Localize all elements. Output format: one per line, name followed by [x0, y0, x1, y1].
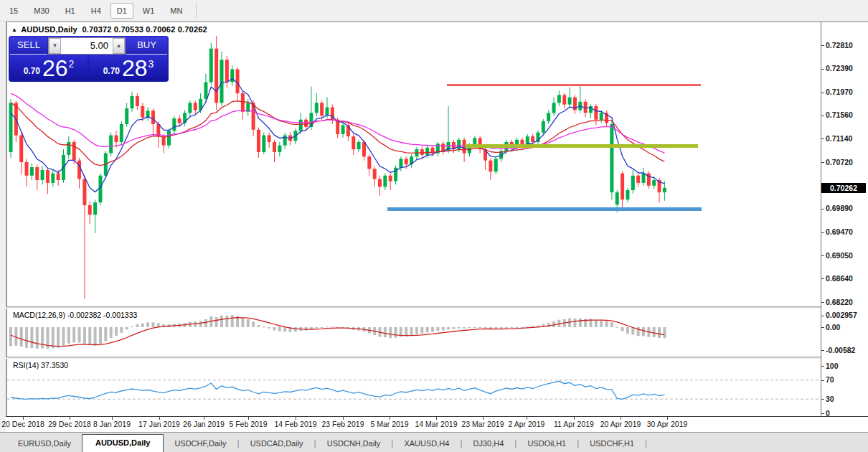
price-tick-label: 0.68640: [826, 274, 853, 283]
date-tick-label: 30 Apr 2019: [636, 420, 698, 428]
timeframe-button-MN[interactable]: MN: [164, 3, 189, 19]
axis-separator-line: [821, 22, 821, 417]
price-tick-label: 0.71970: [826, 88, 853, 96]
axis-tick: [821, 232, 824, 233]
buy-button[interactable]: BUY: [126, 37, 167, 55]
buy-price-base: 0.70: [103, 66, 120, 76]
sell-price-base: 0.70: [24, 66, 40, 76]
axis-tick: [821, 413, 824, 414]
toolbar-separator: [196, 4, 197, 18]
axis-tick: [821, 316, 824, 316]
sell-price-big: 26: [42, 57, 68, 79]
timeframe-button-M30[interactable]: M30: [27, 3, 55, 19]
axis-tick: [821, 162, 824, 163]
tab-usdcad-daily[interactable]: USDCAD,Daily: [240, 435, 314, 452]
axis-tick: [821, 69, 824, 70]
date-axis[interactable]: 20 Dec 201829 Dec 20188 Jan 201917 Jan 2…: [6, 416, 868, 432]
price-tick-label: 0.72810: [826, 41, 853, 50]
axis-tick: [821, 278, 824, 279]
tab-usdcnh-daily[interactable]: USDCNH,Daily: [316, 435, 392, 452]
price-tick-label: 0.71140: [826, 134, 852, 143]
axis-tick: [821, 255, 824, 256]
timeframe-button-H1[interactable]: H1: [59, 3, 82, 19]
timeframe-button-D1[interactable]: D1: [110, 3, 133, 19]
tab-xauusd-h4[interactable]: XAUUSD,H4: [393, 435, 460, 452]
axis-tick: [821, 350, 824, 351]
volume-box: ▼ 5.00 ▲: [48, 37, 126, 55]
axis-tick: [821, 380, 824, 381]
price-tick-label: 0.71560: [826, 110, 853, 119]
axis-tick: [821, 366, 824, 367]
buy-price-display[interactable]: 0.70 28 3: [90, 55, 167, 80]
price-tick-label: 0.72390: [826, 64, 853, 72]
price-axis[interactable]: 0.728100.723900.719700.715600.711400.707…: [821, 22, 868, 416]
macd-tick-label: -0.00582: [826, 346, 855, 354]
tab-usdoil-h1[interactable]: USDOil,H1: [516, 435, 577, 452]
volume-increase-icon[interactable]: ▲: [113, 38, 125, 54]
volume-input[interactable]: 5.00: [61, 38, 113, 54]
symbol-ohlc-values: 0.70372 0.70533 0.70062 0.70262: [82, 25, 207, 34]
price-tick-label: 0.68220: [826, 298, 853, 306]
timeframe-button-W1[interactable]: W1: [136, 3, 161, 19]
tab-usdchf-h1[interactable]: USDCHF,H1: [579, 435, 645, 452]
sell-price-sup: 2: [69, 59, 75, 69]
timeframe-button-15[interactable]: 15: [3, 3, 24, 19]
tab-eurusd-daily[interactable]: EURUSD,Daily: [7, 435, 82, 452]
price-tick-label: 0.69890: [826, 204, 853, 212]
chart-symbol-header: ▲AUDUSD,Daily 0.70372 0.70533 0.70062 0.…: [11, 25, 207, 34]
volume-decrease-icon[interactable]: ▼: [49, 38, 61, 54]
axis-tick: [821, 399, 824, 400]
axis-tick: [821, 45, 824, 46]
symbol-marker-icon: ▲: [11, 27, 17, 33]
macd-signal-line: [11, 318, 664, 347]
price-tick-label: 0.70720: [826, 158, 853, 166]
tab-dj30-h4[interactable]: DJ30,H4: [463, 435, 515, 452]
macd-tick-label: 0.002957: [826, 311, 857, 319]
tab-audusd-daily[interactable]: AUDUSD,Daily: [82, 434, 164, 452]
buy-price-sup: 3: [148, 59, 154, 69]
price-tick-label: 0.69470: [826, 227, 853, 236]
axis-tick: [821, 209, 824, 209]
current-price-badge: 0.70262: [821, 183, 866, 193]
sell-button[interactable]: SELL: [10, 37, 47, 55]
rsi-indicator-label: RSI(14) 37.3530: [13, 361, 68, 369]
price-tick-label: 0.69050: [826, 251, 853, 260]
timeframe-button-H4[interactable]: H4: [85, 3, 108, 19]
rsi-tick-label: 70: [826, 375, 834, 384]
rsi-tick-label: 30: [826, 395, 834, 403]
buy-price-big: 28: [122, 57, 148, 79]
axis-tick: [821, 327, 824, 328]
tab-separator: |: [645, 438, 647, 448]
tab-usdchf-daily[interactable]: USDCHF,Daily: [164, 435, 237, 452]
axis-tick: [821, 138, 824, 139]
symbol-name: AUDUSD,Daily: [21, 25, 77, 34]
axis-tick: [821, 93, 824, 93]
axis-tick: [821, 302, 824, 303]
macd-tick-label: 0.00: [826, 323, 840, 331]
rsi-tick-label: 100: [826, 362, 839, 370]
sell-price-display[interactable]: 0.70 26 2: [10, 55, 88, 80]
symbol-tabs: EURUSD,DailyAUDUSD,DailyUSDCHF,Daily|USD…: [0, 432, 868, 452]
rsi-line: [11, 381, 664, 399]
one-click-trade-panel: SELL ▼ 5.00 ▲ BUY 0.70 26 2 0.70 28 3: [9, 36, 169, 82]
macd-indicator-label: MACD(12,26,9) -0.002382 -0.001333: [13, 311, 137, 319]
rsi-pane[interactable]: [7, 359, 821, 415]
axis-tick: [821, 116, 824, 116]
timeframe-toolbar: 15M30H1H4D1W1MN: [0, 0, 868, 22]
